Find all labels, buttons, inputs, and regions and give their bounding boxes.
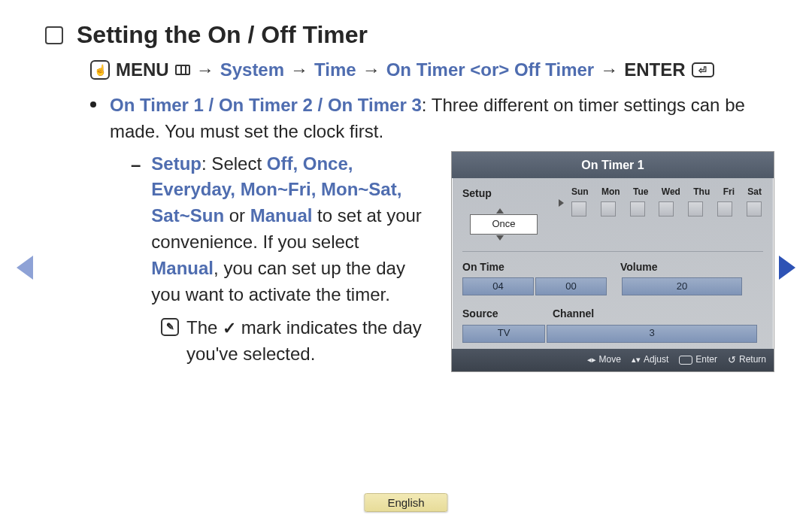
footer-return: Return — [728, 353, 766, 368]
setup-manual: Manual — [250, 205, 313, 226]
page-title: Setting the On / Off Timer — [77, 21, 368, 49]
bullet-dot-icon — [90, 101, 96, 108]
menu-label: MENU — [116, 59, 169, 80]
arrow-icon: → — [290, 59, 308, 80]
day-check-tue[interactable] — [630, 201, 645, 217]
path-system: System — [220, 59, 284, 80]
arrow-icon: → — [362, 59, 380, 80]
bullet-on-timer: On Timer 1 / On Timer 2 / On Timer 3: Th… — [90, 92, 774, 372]
bullet-title: On Timer 1 / On Timer 2 / On Timer 3 — [110, 95, 422, 115]
page-heading-row: Setting the On / Off Timer — [45, 21, 774, 49]
osd-source-label: Source — [462, 306, 553, 321]
osd-setup-value: Once — [471, 215, 537, 234]
day-sat: Sat — [747, 186, 762, 198]
setup-or: or — [224, 205, 250, 226]
osd-title: On Timer 1 — [452, 152, 774, 178]
remote-hand-icon: ☝ — [90, 60, 110, 80]
chevron-right-icon — [559, 199, 564, 207]
arrow-icon: → — [196, 59, 214, 80]
day-mon: Mon — [601, 186, 620, 198]
footer-adjust: Adjust — [632, 353, 668, 368]
osd-channel-label: Channel — [553, 306, 763, 321]
day-check-wed[interactable] — [659, 201, 674, 217]
note-row: ✎ The ✓ mark indicates the day you've se… — [161, 315, 429, 368]
next-page-arrow[interactable] — [779, 256, 795, 280]
day-check-mon[interactable] — [601, 201, 616, 217]
footer-move: Move — [587, 353, 621, 368]
osd-setup-label: Setup — [462, 186, 553, 201]
setup-select: : Select — [201, 153, 267, 174]
prev-page-arrow[interactable] — [17, 256, 33, 280]
day-check-fri[interactable] — [717, 201, 732, 217]
chevron-down-icon[interactable] — [496, 235, 504, 241]
enter-label: ENTER — [624, 59, 685, 80]
section-box-icon — [45, 26, 63, 44]
osd-ontime-minutes[interactable]: 00 — [535, 277, 607, 295]
note-pre: The — [186, 317, 223, 338]
osd-divider — [462, 251, 763, 252]
setup-manual2: Manual — [151, 258, 214, 278]
osd-ontime-hours[interactable]: 04 — [462, 277, 534, 295]
osd-footer: Move Adjust Enter Return — [452, 349, 774, 372]
setup-label: Setup — [151, 153, 201, 174]
osd-volume-value[interactable]: 20 — [622, 277, 742, 295]
check-mark-icon: ✓ — [223, 319, 236, 338]
osd-panel: On Timer 1 Setup — [451, 151, 774, 373]
day-fri: Fri — [723, 186, 735, 198]
osd-days-header: Sun Mon Tue Wed Thu Fri Sat — [570, 186, 763, 201]
chevron-up-icon[interactable] — [496, 208, 504, 214]
osd-setup-spinner[interactable]: Once — [462, 208, 538, 241]
day-thu: Thu — [693, 186, 710, 198]
setup-item: – Setup: Select Off, Once, Everyday, Mon… — [131, 151, 429, 308]
day-wed: Wed — [662, 186, 680, 198]
day-sun: Sun — [571, 186, 589, 198]
footer-enter: Enter — [679, 353, 717, 368]
day-tue: Tue — [633, 186, 648, 198]
enter-key-icon — [679, 356, 692, 365]
enter-key-icon: ⏎ — [692, 62, 714, 77]
osd-channel-value[interactable]: 3 — [547, 325, 757, 343]
arrow-icon: → — [600, 59, 618, 80]
day-check-sat[interactable] — [747, 201, 762, 217]
language-pill[interactable]: English — [364, 493, 447, 512]
path-time: Time — [314, 59, 356, 80]
day-check-thu[interactable] — [688, 201, 703, 217]
path-timer-alt: On Timer <or> Off Timer — [386, 59, 595, 80]
dash-icon: – — [131, 152, 141, 308]
menu-path: ☝ MENU → System → Time → On Timer <or> O… — [90, 59, 774, 80]
osd-ontime-label: On Time — [462, 259, 620, 274]
menu-grid-icon — [175, 65, 190, 75]
day-check-sun[interactable] — [571, 201, 586, 217]
osd-volume-label: Volume — [620, 259, 763, 274]
osd-setup-value-box[interactable]: Once — [470, 214, 538, 235]
note-icon: ✎ — [161, 318, 179, 336]
osd-source-value[interactable]: TV — [462, 325, 545, 343]
